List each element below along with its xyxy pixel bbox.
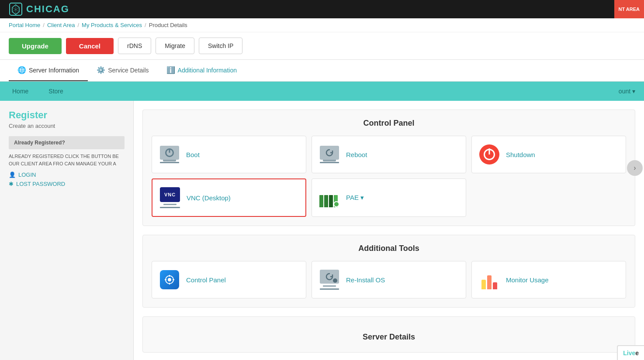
main-content: Control Panel bbox=[134, 101, 644, 360]
nav-home[interactable]: Home bbox=[9, 88, 32, 95]
gear-icon: ⚙️ bbox=[97, 66, 105, 74]
tab-server-information[interactable]: 🌐 Server Information bbox=[9, 60, 88, 81]
monitor-usage-label: Monitor Usage bbox=[506, 276, 549, 284]
client-area-badge: NT AREA bbox=[614, 0, 644, 18]
control-panel-icon bbox=[159, 269, 180, 290]
migrate-button[interactable]: Migrate bbox=[156, 38, 194, 54]
live-chat-badge[interactable]: Livee bbox=[617, 345, 644, 360]
reboot-icon bbox=[319, 144, 340, 165]
lost-password-label: LOST PASSWORD bbox=[16, 181, 65, 187]
boot-icon bbox=[159, 144, 180, 165]
login-link[interactable]: 👤 LOGIN bbox=[9, 171, 125, 178]
tab-service-details-label: Service Details bbox=[108, 67, 149, 74]
tab-additional-information[interactable]: ℹ️ Additional Information bbox=[158, 60, 246, 81]
tab-service-details[interactable]: ⚙️ Service Details bbox=[88, 60, 157, 81]
tabs-bar: 🌐 Server Information ⚙️ Service Details … bbox=[0, 60, 644, 82]
cancel-button[interactable]: Cancel bbox=[66, 38, 114, 54]
green-nav: Home Store ount ▾ bbox=[0, 82, 644, 101]
breadcrumb-portal-home[interactable]: Portal Home bbox=[9, 22, 40, 28]
control-panel-section: Control Panel bbox=[142, 110, 635, 226]
reinstall-icon bbox=[319, 269, 340, 290]
already-registered-box: Already Registered? bbox=[9, 136, 125, 149]
tools-grid: Control Panel bbox=[152, 261, 626, 298]
additional-tools-section: Additional Tools bbox=[142, 235, 635, 308]
monitor-usage-icon bbox=[479, 269, 500, 290]
login-label: LOGIN bbox=[18, 171, 36, 178]
server-details-section: Server Details bbox=[142, 316, 635, 353]
control-panel-grid-row2: VNC VNC (Desktop) bbox=[152, 178, 626, 217]
pae-icon bbox=[319, 187, 340, 208]
control-panel-title: Control Panel bbox=[152, 119, 626, 128]
register-subtitle: Create an account bbox=[9, 123, 125, 129]
upgrade-button[interactable]: Upgrade bbox=[9, 38, 62, 54]
shutdown-icon bbox=[479, 144, 500, 165]
reinstall-os-tool[interactable]: Re-Install OS bbox=[312, 261, 466, 298]
reboot-button[interactable]: Reboot bbox=[312, 136, 466, 173]
rdns-button[interactable]: rDNS bbox=[118, 38, 151, 54]
already-text: ALREADY REGISTERED CLICK THE BUTTON BE O… bbox=[9, 153, 125, 167]
svg-point-2 bbox=[168, 278, 171, 281]
vnc-icon: VNC bbox=[159, 187, 180, 208]
live-suffix: e bbox=[635, 350, 639, 357]
tab-server-information-label: Server Information bbox=[29, 67, 79, 74]
globe-icon: 🌐 bbox=[17, 66, 26, 74]
breadcrumb: Portal Home / Client Area / My Products … bbox=[0, 18, 644, 32]
pae-button[interactable]: PAE ▾ bbox=[312, 178, 466, 217]
reinstall-os-label: Re-Install OS bbox=[346, 276, 385, 284]
control-panel-tool[interactable]: Control Panel bbox=[152, 261, 306, 298]
person-icon: 👤 bbox=[9, 171, 16, 178]
top-bar: CHICAG NT AREA bbox=[0, 0, 644, 18]
pae-label: PAE ▾ bbox=[346, 194, 364, 202]
info-icon: ℹ️ bbox=[166, 66, 175, 74]
reboot-label: Reboot bbox=[346, 151, 367, 158]
account-dropdown[interactable]: ount ▾ bbox=[619, 88, 635, 95]
tab-additional-information-label: Additional Information bbox=[178, 67, 237, 74]
breadcrumb-my-products[interactable]: My Products & Services bbox=[82, 22, 142, 28]
main-layout: Register Create an account Already Regis… bbox=[0, 101, 644, 360]
breadcrumb-product-details: Product Details bbox=[149, 22, 187, 28]
server-details-title: Server Details bbox=[152, 326, 626, 343]
logo-text: CHICAG bbox=[26, 3, 69, 15]
live-text: Live bbox=[623, 350, 635, 357]
vnc-button[interactable]: VNC VNC (Desktop) bbox=[152, 178, 306, 217]
action-bar: Upgrade Cancel rDNS Migrate Switch IP bbox=[0, 32, 644, 60]
nav-store[interactable]: Store bbox=[45, 88, 66, 95]
control-panel-grid-row1: Boot bbox=[152, 136, 626, 173]
register-title: Register bbox=[9, 110, 125, 121]
empty-cell bbox=[471, 178, 626, 217]
lost-password-link[interactable]: ✱ LOST PASSWORD bbox=[9, 181, 125, 187]
boot-button[interactable]: Boot bbox=[152, 136, 306, 173]
logo-icon bbox=[9, 2, 23, 16]
asterisk-icon: ✱ bbox=[9, 181, 14, 187]
control-panel-tool-label: Control Panel bbox=[186, 276, 226, 284]
shutdown-label: Shutdown bbox=[506, 151, 535, 158]
sidebar: Register Create an account Already Regis… bbox=[0, 101, 134, 360]
breadcrumb-client-area[interactable]: Client Area bbox=[47, 22, 75, 28]
switch-ip-button[interactable]: Switch IP bbox=[199, 38, 242, 54]
logo: CHICAG bbox=[9, 2, 69, 16]
boot-label: Boot bbox=[186, 151, 200, 158]
monitor-usage-tool[interactable]: Monitor Usage bbox=[471, 261, 626, 298]
vnc-label: VNC (Desktop) bbox=[187, 194, 231, 202]
scroll-right-button[interactable]: › bbox=[627, 160, 643, 176]
shutdown-button[interactable]: Shutdown bbox=[471, 136, 626, 173]
additional-tools-title: Additional Tools bbox=[152, 244, 626, 253]
